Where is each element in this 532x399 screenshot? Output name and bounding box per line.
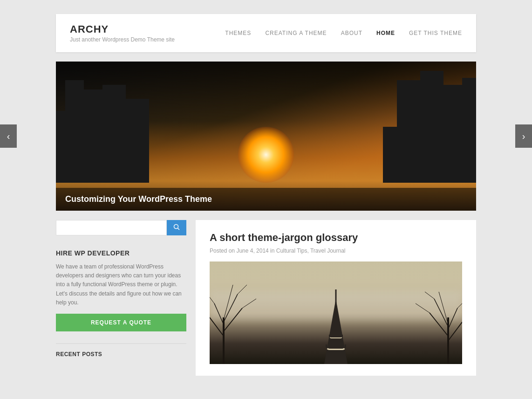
- svg-line-20: [457, 299, 462, 308]
- svg-line-10: [210, 294, 214, 303]
- main-content: Hire WP Developer We have a team of prof…: [56, 220, 476, 376]
- svg-line-5: [214, 303, 224, 324]
- search-icon: [173, 224, 180, 230]
- content-area: A short theme-jargon glossary Posted on …: [196, 220, 476, 376]
- sidebar: Hire WP Developer We have a team of prof…: [56, 220, 186, 376]
- site-branding: ARCHY Just another Wordpress Demo Theme …: [70, 23, 175, 43]
- page-wrapper: ARCHY Just another Wordpress Demo Theme …: [0, 14, 532, 376]
- nav-item-home[interactable]: HOME: [376, 30, 395, 36]
- svg-line-4: [224, 308, 242, 331]
- svg-line-16: [434, 299, 448, 327]
- article-title: A short theme-jargon glossary: [210, 232, 462, 244]
- svg-line-17: [439, 292, 448, 324]
- eiffel-tower-silhouette: [317, 289, 355, 364]
- eiffel-arch1: [326, 344, 346, 350]
- search-button[interactable]: [167, 220, 186, 235]
- widget-text: We have a team of professional WordPress…: [56, 262, 186, 307]
- eiffel-top: [335, 289, 337, 303]
- nav-item-about[interactable]: ABOUT: [341, 30, 362, 36]
- widget-title: Hire WP Developer: [56, 249, 186, 257]
- site-tagline: Just another Wordpress Demo Theme site: [70, 36, 175, 43]
- svg-line-18: [425, 292, 434, 299]
- recent-posts-heading: RECENT POSTS: [56, 343, 186, 358]
- svg-line-6: [224, 294, 238, 322]
- sun-glow-decoration: [238, 127, 294, 183]
- tree-left-silhouette: [210, 280, 284, 364]
- svg-line-8: [238, 285, 247, 294]
- site-nav: THEMES CREATING A THEME ABOUT HOME GET T…: [225, 30, 462, 36]
- eiffel-arch2: [329, 335, 343, 338]
- request-quote-button[interactable]: REQUEST A QUOTE: [56, 314, 186, 331]
- nav-item-themes[interactable]: THEMES: [225, 30, 251, 36]
- site-header: ARCHY Just another Wordpress Demo Theme …: [56, 14, 476, 52]
- search-box: [56, 220, 186, 235]
- tree-right-silhouette: [397, 289, 462, 364]
- buildings-right-decoration: [383, 71, 476, 183]
- svg-line-15: [448, 308, 457, 329]
- slider-wrapper: Customizing Your WordPress Theme ‹ ›: [56, 62, 476, 211]
- hire-wp-widget: Hire WP Developer We have a team of prof…: [56, 249, 186, 331]
- article-meta: Posted on June 4, 2014 in Cultural Tips,…: [210, 248, 462, 254]
- svg-point-0: [174, 225, 178, 229]
- svg-line-14: [430, 313, 448, 336]
- svg-line-9: [242, 299, 256, 308]
- nav-item-get-theme[interactable]: GET THIS THEME: [409, 30, 462, 36]
- slider-caption: Customizing Your WordPress Theme: [56, 188, 476, 211]
- hero-slider: Customizing Your WordPress Theme: [56, 62, 476, 211]
- site-title: ARCHY: [70, 23, 175, 35]
- slider-next-button[interactable]: ›: [515, 124, 532, 148]
- article-image: [210, 261, 462, 364]
- slider-prev-button[interactable]: ‹: [0, 124, 17, 148]
- svg-line-19: [416, 303, 430, 313]
- search-input[interactable]: [56, 220, 167, 235]
- nav-item-creating[interactable]: CREATING A THEME: [265, 30, 327, 36]
- svg-line-1: [178, 228, 180, 230]
- svg-line-7: [224, 285, 233, 320]
